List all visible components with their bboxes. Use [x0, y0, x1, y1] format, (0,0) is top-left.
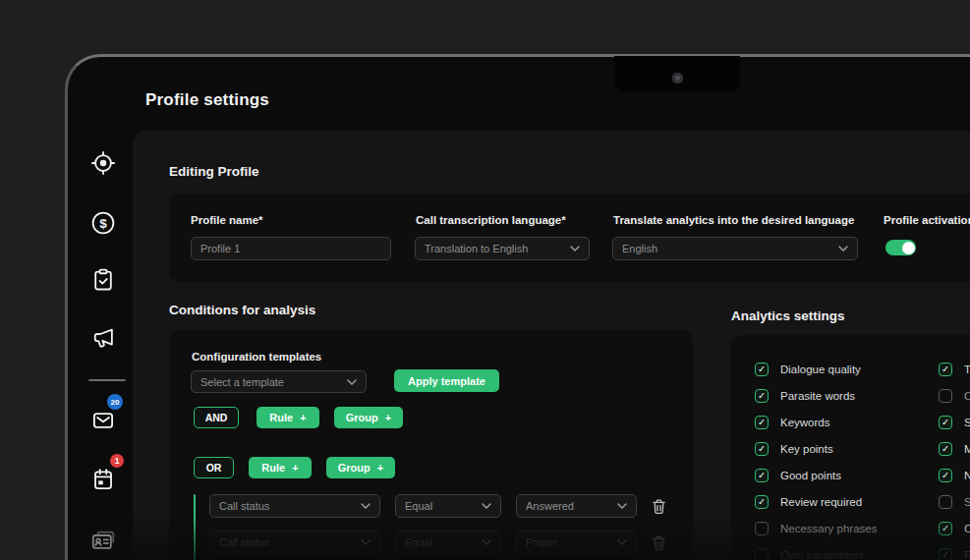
sidebar-item-target[interactable] [90, 150, 116, 176]
delete-rule-button[interactable] [652, 534, 666, 551]
section-title-conditions: Conditions for analysis [169, 303, 315, 317]
chevron-down-icon [361, 503, 371, 509]
checkbox-icon[interactable] [755, 363, 769, 376]
rule-button-label: Rule [261, 462, 285, 474]
checkbox-icon[interactable] [755, 389, 769, 403]
configuration-templates-label: Configuration templates [192, 351, 321, 363]
editing-profile-card: Profile name* Profile 1 Call transcripti… [169, 194, 970, 282]
calendar-count-badge: 1 [110, 454, 124, 468]
plus-icon: + [292, 462, 298, 474]
checkbox-icon[interactable] [939, 389, 952, 403]
analytics-option-keywords[interactable]: Keywords [755, 415, 830, 429]
template-select-placeholder: Select a template [200, 376, 284, 388]
analytics-option[interactable]: S [939, 415, 970, 429]
section-title-analytics: Analytics settings [731, 308, 845, 323]
dollar-icon: $ [90, 222, 116, 239]
analytics-option-parasite-words[interactable]: Parasite words [755, 388, 855, 403]
delete-rule-button[interactable] [652, 498, 666, 515]
template-select[interactable]: Select a template [191, 370, 367, 393]
profile-name-input[interactable]: Profile 1 [191, 237, 391, 260]
chevron-down-icon [482, 539, 491, 545]
checkbox-icon[interactable] [939, 522, 952, 535]
rule-operator-value: Equal [405, 536, 432, 548]
checkbox-icon[interactable] [939, 469, 952, 482]
profile-activation-label: Profile activation [884, 214, 970, 226]
clipboard-check-icon [90, 279, 116, 296]
section-title-editing-profile: Editing Profile [169, 164, 259, 179]
analytics-option-review-required[interactable]: Review required [755, 494, 862, 509]
plus-icon: + [377, 462, 383, 474]
profile-name-value: Profile 1 [200, 243, 240, 254]
apply-template-button[interactable]: Apply template [394, 369, 499, 392]
or-operator-button[interactable]: OR [194, 457, 234, 478]
plus-icon: + [385, 412, 391, 423]
rule-value-value: Answered [526, 500, 574, 512]
analytics-option-dialogue-quality[interactable]: Dialogue quality [755, 362, 861, 376]
chevron-down-icon [617, 539, 627, 545]
rule-operator-select[interactable]: Equal [395, 531, 501, 554]
sidebar-item-contacts[interactable] [90, 528, 116, 553]
translate-language-label: Translate analytics into the desired lan… [613, 214, 854, 226]
checkbox-icon[interactable] [939, 416, 952, 429]
add-group-button[interactable]: Group+ [326, 457, 395, 478]
analytics-option[interactable]: F [939, 547, 970, 560]
analytics-option-good-points[interactable]: Good points [755, 468, 841, 482]
analytics-option[interactable]: C [939, 521, 970, 535]
page-title: Profile settings [145, 90, 269, 110]
analytics-option[interactable]: M [939, 441, 970, 456]
sidebar-item-announcements[interactable] [90, 325, 116, 351]
sidebar-divider [88, 379, 126, 381]
analytics-option[interactable]: S [939, 494, 970, 509]
analytics-option-necessary-phrases[interactable]: Necessary phrases [755, 521, 877, 535]
analytics-option-key-points[interactable]: Key points [755, 441, 833, 456]
rule-button-label: Rule [269, 412, 293, 423]
rule-value-select[interactable]: Proper [516, 531, 637, 554]
analytics-option[interactable]: O [939, 388, 970, 403]
chevron-down-icon [361, 539, 371, 545]
checkbox-icon[interactable] [755, 416, 769, 429]
conditions-card: Configuration templates Select a templat… [169, 330, 693, 560]
rule-field-value: Call status [219, 536, 269, 548]
checkbox-icon[interactable] [939, 548, 952, 560]
analytics-option[interactable]: T [939, 362, 970, 376]
rules-group-indicator [194, 494, 196, 560]
analytics-option[interactable]: N [939, 468, 970, 482]
transcription-language-select[interactable]: Translation to English [415, 237, 590, 260]
add-group-button[interactable]: Group+ [334, 407, 403, 428]
chevron-down-icon [482, 503, 491, 509]
sidebar-item-billing[interactable]: $ [90, 210, 116, 236]
checkbox-icon[interactable] [755, 469, 769, 482]
rule-row: Call status Equal Answered [209, 494, 666, 518]
chevron-down-icon [838, 246, 848, 252]
profile-activation-toggle[interactable] [885, 240, 916, 255]
rule-operator-select[interactable]: Equal [395, 494, 501, 518]
chevron-down-icon [347, 379, 357, 385]
transcription-language-label: Call transcription language* [416, 214, 566, 226]
sidebar-item-calendar[interactable] [90, 467, 116, 492]
checkbox-icon[interactable] [755, 495, 769, 509]
rule-value-select[interactable]: Answered [516, 494, 637, 518]
checkbox-icon[interactable] [755, 522, 769, 535]
profile-name-label: Profile name* [191, 214, 263, 226]
add-rule-button[interactable]: Rule+ [249, 457, 312, 478]
add-rule-button[interactable]: Rule+ [257, 407, 319, 428]
mail-icon [90, 420, 116, 436]
translate-language-value: English [622, 243, 657, 254]
inbox-count-badge: 20 [107, 394, 123, 410]
translate-language-select[interactable]: English [612, 237, 858, 260]
checkbox-icon[interactable] [755, 442, 769, 456]
rule-operator-value: Equal [405, 500, 432, 512]
svg-text:$: $ [99, 216, 107, 231]
checkbox-icon[interactable] [755, 548, 769, 560]
analytics-option-own-parameters[interactable]: Own parameters [755, 547, 864, 560]
trash-icon [652, 498, 666, 515]
sidebar-item-inbox[interactable] [90, 408, 116, 433]
and-operator-button[interactable]: AND [194, 407, 239, 428]
rule-row: Call status Equal Proper [209, 531, 666, 554]
checkbox-icon[interactable] [939, 442, 952, 456]
rule-field-select[interactable]: Call status [209, 494, 380, 518]
checkbox-icon[interactable] [939, 495, 952, 509]
sidebar-item-tasks[interactable] [90, 267, 116, 293]
checkbox-icon[interactable] [939, 363, 952, 376]
rule-field-select[interactable]: Call status [209, 531, 380, 554]
